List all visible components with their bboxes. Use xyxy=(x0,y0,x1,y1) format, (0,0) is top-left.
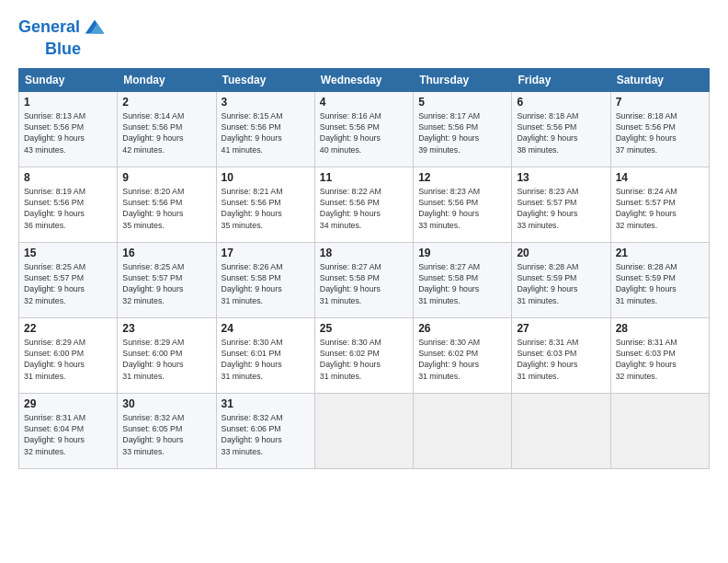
header: General Blue xyxy=(18,15,710,59)
day-info: Sunrise: 8:30 AMSunset: 6:02 PMDaylight:… xyxy=(418,337,506,382)
day-number: 22 xyxy=(24,322,112,335)
day-number: 9 xyxy=(122,171,210,184)
day-info: Sunrise: 8:32 AMSunset: 6:06 PMDaylight:… xyxy=(222,412,310,457)
day-number: 27 xyxy=(517,322,605,335)
logo-text2: Blue xyxy=(45,40,81,59)
day-cell: 15Sunrise: 8:25 AMSunset: 5:57 PMDayligh… xyxy=(19,242,118,317)
day-number: 7 xyxy=(616,96,704,109)
week-row-3: 15Sunrise: 8:25 AMSunset: 5:57 PMDayligh… xyxy=(19,242,710,317)
day-number: 26 xyxy=(418,322,506,335)
day-cell: 31Sunrise: 8:32 AMSunset: 6:06 PMDayligh… xyxy=(216,393,314,468)
day-info: Sunrise: 8:31 AMSunset: 6:04 PMDaylight:… xyxy=(24,412,112,457)
day-cell: 24Sunrise: 8:30 AMSunset: 6:01 PMDayligh… xyxy=(216,317,314,393)
day-info: Sunrise: 8:24 AMSunset: 5:57 PMDaylight:… xyxy=(616,186,704,231)
day-info: Sunrise: 8:27 AMSunset: 5:58 PMDaylight:… xyxy=(320,261,408,306)
weekday-header-row: SundayMondayTuesdayWednesdayThursdayFrid… xyxy=(19,68,710,91)
day-info: Sunrise: 8:28 AMSunset: 5:59 PMDaylight:… xyxy=(517,261,605,306)
day-info: Sunrise: 8:31 AMSunset: 6:03 PMDaylight:… xyxy=(517,337,605,382)
weekday-header-saturday: Saturday xyxy=(610,68,709,91)
calendar: SundayMondayTuesdayWednesdayThursdayFrid… xyxy=(18,68,710,469)
day-number: 15 xyxy=(24,247,112,259)
day-info: Sunrise: 8:25 AMSunset: 5:57 PMDaylight:… xyxy=(122,261,210,306)
weekday-header-sunday: Sunday xyxy=(19,68,118,91)
day-info: Sunrise: 8:29 AMSunset: 6:00 PMDaylight:… xyxy=(24,337,112,382)
day-cell: 9Sunrise: 8:20 AMSunset: 5:56 PMDaylight… xyxy=(118,167,216,242)
week-row-1: 1Sunrise: 8:13 AMSunset: 5:56 PMDaylight… xyxy=(19,91,710,167)
day-cell: 12Sunrise: 8:23 AMSunset: 5:56 PMDayligh… xyxy=(414,167,512,242)
page: General Blue SundayMondayTuesdayWednesda… xyxy=(0,0,728,563)
logo: General Blue xyxy=(18,15,108,59)
day-info: Sunrise: 8:21 AMSunset: 5:56 PMDaylight:… xyxy=(222,186,310,231)
day-info: Sunrise: 8:32 AMSunset: 6:05 PMDaylight:… xyxy=(122,412,210,457)
day-cell xyxy=(512,393,610,468)
day-number: 2 xyxy=(122,96,210,109)
day-number: 29 xyxy=(24,397,112,410)
day-info: Sunrise: 8:22 AMSunset: 5:56 PMDaylight:… xyxy=(320,186,408,231)
day-cell: 6Sunrise: 8:18 AMSunset: 5:56 PMDaylight… xyxy=(512,91,610,167)
day-cell: 27Sunrise: 8:31 AMSunset: 6:03 PMDayligh… xyxy=(512,317,610,393)
weekday-header-wednesday: Wednesday xyxy=(314,68,413,91)
day-info: Sunrise: 8:19 AMSunset: 5:56 PMDaylight:… xyxy=(24,186,112,231)
day-cell: 10Sunrise: 8:21 AMSunset: 5:56 PMDayligh… xyxy=(216,167,314,242)
calendar-body: 1Sunrise: 8:13 AMSunset: 5:56 PMDaylight… xyxy=(19,91,710,468)
day-info: Sunrise: 8:30 AMSunset: 6:01 PMDaylight:… xyxy=(222,337,310,382)
day-info: Sunrise: 8:23 AMSunset: 5:57 PMDaylight:… xyxy=(517,186,605,231)
day-info: Sunrise: 8:30 AMSunset: 6:02 PMDaylight:… xyxy=(320,337,408,382)
day-cell: 19Sunrise: 8:27 AMSunset: 5:58 PMDayligh… xyxy=(414,242,512,317)
day-cell: 8Sunrise: 8:19 AMSunset: 5:56 PMDaylight… xyxy=(19,167,118,242)
day-number: 25 xyxy=(320,322,408,335)
day-number: 23 xyxy=(122,322,210,335)
day-info: Sunrise: 8:18 AMSunset: 5:56 PMDaylight:… xyxy=(616,110,704,155)
day-cell: 4Sunrise: 8:16 AMSunset: 5:56 PMDaylight… xyxy=(314,91,413,167)
day-cell xyxy=(414,393,512,468)
day-number: 31 xyxy=(222,397,310,410)
weekday-header-monday: Monday xyxy=(118,68,216,91)
day-number: 11 xyxy=(320,171,408,184)
day-info: Sunrise: 8:15 AMSunset: 5:56 PMDaylight:… xyxy=(222,110,310,155)
week-row-5: 29Sunrise: 8:31 AMSunset: 6:04 PMDayligh… xyxy=(19,393,710,468)
week-row-4: 22Sunrise: 8:29 AMSunset: 6:00 PMDayligh… xyxy=(19,317,710,393)
day-cell xyxy=(314,393,413,468)
day-cell: 18Sunrise: 8:27 AMSunset: 5:58 PMDayligh… xyxy=(314,242,413,317)
day-cell: 16Sunrise: 8:25 AMSunset: 5:57 PMDayligh… xyxy=(118,242,216,317)
weekday-header-friday: Friday xyxy=(512,68,610,91)
day-cell: 25Sunrise: 8:30 AMSunset: 6:02 PMDayligh… xyxy=(314,317,413,393)
day-cell: 11Sunrise: 8:22 AMSunset: 5:56 PMDayligh… xyxy=(314,167,413,242)
day-number: 28 xyxy=(616,322,704,335)
day-number: 30 xyxy=(122,397,210,410)
day-cell: 23Sunrise: 8:29 AMSunset: 6:00 PMDayligh… xyxy=(118,317,216,393)
day-cell: 20Sunrise: 8:28 AMSunset: 5:59 PMDayligh… xyxy=(512,242,610,317)
day-cell: 13Sunrise: 8:23 AMSunset: 5:57 PMDayligh… xyxy=(512,167,610,242)
day-number: 21 xyxy=(616,247,704,259)
day-cell: 22Sunrise: 8:29 AMSunset: 6:00 PMDayligh… xyxy=(19,317,118,393)
day-cell: 3Sunrise: 8:15 AMSunset: 5:56 PMDaylight… xyxy=(216,91,314,167)
day-info: Sunrise: 8:23 AMSunset: 5:56 PMDaylight:… xyxy=(418,186,506,231)
day-info: Sunrise: 8:25 AMSunset: 5:57 PMDaylight:… xyxy=(24,261,112,306)
day-cell: 29Sunrise: 8:31 AMSunset: 6:04 PMDayligh… xyxy=(19,393,118,468)
day-cell: 5Sunrise: 8:17 AMSunset: 5:56 PMDaylight… xyxy=(414,91,512,167)
day-number: 4 xyxy=(320,96,408,109)
day-number: 16 xyxy=(122,247,210,259)
day-info: Sunrise: 8:13 AMSunset: 5:56 PMDaylight:… xyxy=(24,110,112,155)
day-info: Sunrise: 8:16 AMSunset: 5:56 PMDaylight:… xyxy=(320,110,408,155)
day-info: Sunrise: 8:20 AMSunset: 5:56 PMDaylight:… xyxy=(122,186,210,231)
day-number: 6 xyxy=(517,96,605,109)
day-cell: 26Sunrise: 8:30 AMSunset: 6:02 PMDayligh… xyxy=(414,317,512,393)
day-cell: 14Sunrise: 8:24 AMSunset: 5:57 PMDayligh… xyxy=(610,167,709,242)
week-row-2: 8Sunrise: 8:19 AMSunset: 5:56 PMDaylight… xyxy=(19,167,710,242)
day-number: 1 xyxy=(24,96,112,109)
day-cell: 1Sunrise: 8:13 AMSunset: 5:56 PMDaylight… xyxy=(19,91,118,167)
logo-icon xyxy=(82,15,108,40)
day-info: Sunrise: 8:29 AMSunset: 6:00 PMDaylight:… xyxy=(122,337,210,382)
day-info: Sunrise: 8:27 AMSunset: 5:58 PMDaylight:… xyxy=(418,261,506,306)
day-cell: 7Sunrise: 8:18 AMSunset: 5:56 PMDaylight… xyxy=(610,91,709,167)
day-cell: 2Sunrise: 8:14 AMSunset: 5:56 PMDaylight… xyxy=(118,91,216,167)
day-number: 20 xyxy=(517,247,605,259)
logo-text: General xyxy=(18,18,80,37)
day-number: 8 xyxy=(24,171,112,184)
weekday-header-tuesday: Tuesday xyxy=(216,68,314,91)
day-number: 12 xyxy=(418,171,506,184)
day-number: 10 xyxy=(222,171,310,184)
day-info: Sunrise: 8:28 AMSunset: 5:59 PMDaylight:… xyxy=(616,261,704,306)
day-number: 3 xyxy=(222,96,310,109)
